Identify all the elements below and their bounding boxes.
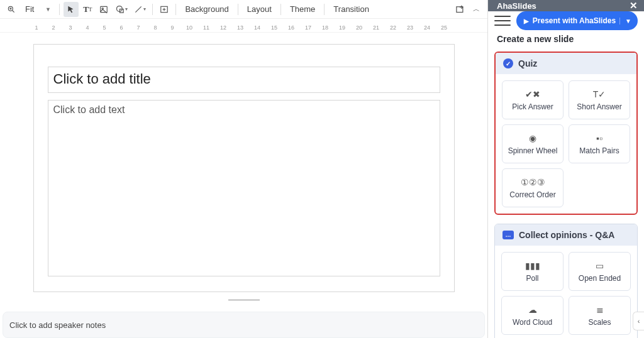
card-label: Match Pairs — [579, 146, 619, 155]
ruler-tick: 14 — [254, 25, 260, 31]
card-spinner-wheel[interactable]: ◉Spinner Wheel — [502, 124, 564, 163]
order-icon: ①②③ — [521, 177, 545, 187]
theme-button[interactable]: Theme — [285, 2, 320, 17]
chat-icon: … — [502, 231, 514, 239]
panel-header: AhaSlides ✕ — [488, 0, 644, 11]
card-label: Poll — [526, 274, 538, 283]
ruler-tick: 16 — [288, 25, 294, 31]
line-tool-icon[interactable]: ▾ — [131, 2, 148, 17]
card-pick-answer[interactable]: ✔✖Pick Answer — [502, 80, 564, 119]
panel-title: AhaSlides — [497, 1, 536, 11]
present-button-label: Present with AhaSlides — [533, 16, 616, 25]
ruler-tick: 18 — [322, 25, 328, 31]
zoom-in-icon[interactable] — [4, 2, 19, 17]
svg-line-1 — [13, 10, 14, 12]
ruler-tick: 4 — [86, 25, 89, 31]
category-collect: …Collect opinions - Q&A▮▮▮Poll▭Open Ende… — [494, 224, 638, 338]
ruler-tick: 2 — [52, 25, 55, 31]
collapse-toolbar-icon[interactable]: ︿ — [469, 2, 484, 17]
body-placeholder[interactable]: Click to add text — [48, 100, 440, 276]
card-label: Pick Answer — [512, 102, 553, 111]
ruler-tick: 7 — [136, 25, 140, 31]
bars-icon: ▮▮▮ — [525, 261, 540, 271]
category-label: Collect opinions - Q&A — [519, 230, 614, 240]
ruler-tick: 9 — [170, 25, 174, 31]
image-tool-icon[interactable] — [96, 2, 111, 17]
separator — [152, 4, 153, 15]
chevron-down-icon[interactable]: ▼ — [619, 18, 631, 25]
card-poll[interactable]: ▮▮▮Poll — [501, 252, 564, 291]
ruler-tick: 11 — [203, 25, 209, 31]
card-label: Word Cloud — [513, 318, 552, 327]
title-placeholder[interactable]: Click to add title — [48, 67, 440, 93]
present-button[interactable]: ▶ Present with AhaSlides ▼ — [516, 11, 638, 30]
check-badge-icon: ✓ — [503, 58, 513, 68]
ruler-tick: 20 — [356, 25, 362, 31]
text-check-icon: T✓ — [593, 89, 606, 99]
card-label: Spinner Wheel — [508, 146, 558, 155]
card-correct-order[interactable]: ①②③Correct Order — [502, 168, 564, 207]
ruler-tick: 13 — [237, 25, 243, 31]
category-quiz: ✓Quiz✔✖Pick AnswerT✓Short Answer◉Spinner… — [494, 52, 638, 215]
ruler-tick: 8 — [153, 25, 157, 31]
box-icon: ▭ — [596, 261, 604, 271]
ruler-tick: 21 — [373, 25, 379, 31]
ruler-tick: 24 — [424, 25, 430, 31]
ruler-tick: 17 — [305, 25, 311, 31]
select-tool-icon[interactable] — [64, 2, 79, 17]
background-button[interactable]: Background — [180, 2, 233, 17]
category-label: Quiz — [518, 58, 537, 68]
svg-rect-4 — [101, 6, 108, 12]
ruler-tick: 25 — [441, 25, 447, 31]
check-x-icon: ✔✖ — [525, 89, 540, 99]
comment-tool-icon[interactable] — [157, 2, 172, 17]
ruler-tick: 23 — [407, 25, 413, 31]
card-scales[interactable]: ≣Scales — [569, 296, 631, 335]
zoom-select[interactable]: Fit — [20, 2, 39, 17]
ruler-tick: 5 — [103, 25, 106, 31]
zoom-dropdown-icon[interactable]: ▼ — [40, 2, 55, 17]
cloud-icon: ☁ — [528, 305, 537, 315]
separator — [238, 4, 238, 15]
ruler-tick: 3 — [69, 25, 72, 31]
category-header[interactable]: ✓Quiz — [496, 53, 636, 74]
speaker-notes[interactable]: Click to add speaker notes — [3, 312, 485, 338]
ruler-tick: 15 — [271, 25, 277, 31]
card-label: Correct Order — [509, 190, 555, 199]
layout-button[interactable]: Layout — [242, 2, 277, 17]
slide-footer-divider — [228, 300, 260, 300]
card-label: Scales — [588, 318, 611, 327]
separator — [175, 4, 176, 15]
toolbar: Fit ▼ TT ▾ ▾ Background Layout Theme Tra… — [0, 0, 487, 19]
ruler-tick: 6 — [119, 25, 123, 31]
menu-icon[interactable] — [494, 14, 511, 28]
separator — [280, 4, 281, 15]
ruler-tick: 12 — [220, 25, 226, 31]
section-title: Create a new slide — [488, 30, 644, 52]
play-icon: ▶ — [524, 18, 529, 25]
card-short-answer[interactable]: T✓Short Answer — [569, 80, 630, 119]
slide-page[interactable]: Click to add title Click to add text — [33, 44, 455, 292]
card-label: Short Answer — [577, 102, 621, 111]
slide-canvas: Click to add title Click to add text — [0, 33, 487, 338]
shape-tool-icon[interactable]: ▾ — [113, 2, 130, 17]
card-match-pairs[interactable]: ▪▫Match Pairs — [569, 124, 630, 163]
text-tool-icon[interactable]: TT — [80, 2, 95, 17]
separator — [324, 4, 325, 15]
close-icon[interactable]: ✕ — [630, 0, 638, 11]
export-icon[interactable] — [452, 2, 467, 17]
ruler-tick: 1 — [35, 25, 38, 31]
ruler: 1234567891011121314151617181920212223242… — [0, 19, 487, 33]
ruler-tick: 19 — [339, 25, 345, 31]
card-open-ended[interactable]: ▭Open Ended — [569, 252, 631, 291]
expand-chevron-icon[interactable]: ‹ — [633, 312, 644, 330]
ruler-tick: 22 — [390, 25, 396, 31]
wheel-icon: ◉ — [529, 133, 536, 143]
card-word-cloud[interactable]: ☁Word Cloud — [501, 296, 564, 335]
card-label: Open Ended — [579, 274, 621, 283]
separator — [59, 4, 60, 15]
ruler-tick: 10 — [186, 25, 192, 31]
transition-button[interactable]: Transition — [328, 2, 374, 17]
svg-line-8 — [136, 6, 142, 12]
category-header[interactable]: …Collect opinions - Q&A — [495, 224, 637, 246]
